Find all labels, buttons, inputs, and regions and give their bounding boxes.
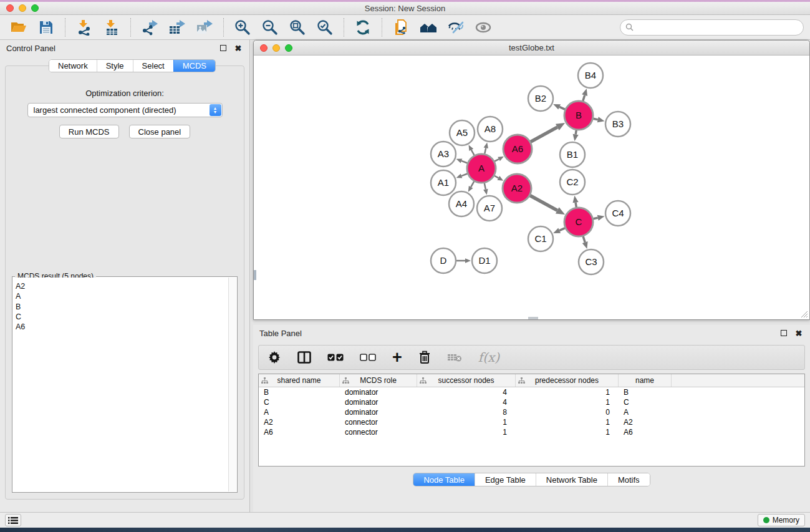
node-C1[interactable]: C1 bbox=[528, 226, 553, 251]
optimization-criterion-select[interactable]: largest connected component (directed) ▲… bbox=[27, 103, 223, 117]
search-input[interactable] bbox=[637, 23, 798, 32]
node-A5[interactable]: A5 bbox=[450, 120, 475, 145]
apply-layout-icon[interactable] bbox=[350, 17, 375, 37]
column-header-successor-nodes[interactable]: successor nodes bbox=[417, 374, 516, 387]
table-cell[interactable]: 1 bbox=[516, 398, 619, 407]
table-cell[interactable]: 1 bbox=[516, 428, 619, 437]
edge-A-A1[interactable] bbox=[461, 173, 468, 176]
node-A6[interactable]: A6 bbox=[503, 135, 532, 163]
delete-table-icon[interactable] bbox=[447, 349, 462, 366]
node-B3[interactable]: B3 bbox=[605, 112, 630, 137]
table-cell[interactable]: A6 bbox=[619, 428, 672, 437]
open-session-icon[interactable] bbox=[6, 17, 31, 37]
duplicate-network-icon[interactable] bbox=[388, 17, 413, 37]
table-cell[interactable]: C bbox=[259, 398, 340, 407]
tab-motifs[interactable]: Motifs bbox=[607, 473, 650, 486]
node-A8[interactable]: A8 bbox=[478, 117, 503, 142]
node-A2[interactable]: A2 bbox=[503, 174, 531, 203]
mcds-result-item[interactable]: A2 bbox=[16, 281, 226, 291]
mcds-result-list[interactable]: A2ABCA6 bbox=[13, 278, 228, 491]
table-row[interactable]: Bdominator41B bbox=[259, 387, 804, 397]
mcds-result-item[interactable]: B bbox=[16, 302, 226, 312]
mcds-list-scrollbar[interactable] bbox=[228, 278, 236, 491]
table-cell[interactable]: A bbox=[619, 408, 672, 417]
settings-gear-icon[interactable] bbox=[268, 349, 281, 366]
hide-selected-icon[interactable] bbox=[443, 17, 468, 37]
node-B1[interactable]: B1 bbox=[560, 142, 585, 167]
table-cell[interactable]: B bbox=[619, 388, 672, 397]
mcds-result-item[interactable]: A bbox=[16, 291, 226, 301]
edge-A6-B[interactable] bbox=[531, 127, 557, 142]
tab-mcds[interactable]: MCDS bbox=[173, 60, 215, 72]
mcds-result-item[interactable]: C bbox=[16, 312, 226, 322]
edge-A-A8[interactable] bbox=[485, 148, 486, 153]
table-cell[interactable]: C bbox=[619, 398, 672, 407]
node-D[interactable]: D bbox=[431, 248, 456, 273]
canvas-horizontal-scroll-mark[interactable] bbox=[528, 317, 538, 319]
edge-A-A4[interactable] bbox=[471, 181, 474, 187]
function-builder-icon[interactable]: f(x) bbox=[478, 349, 499, 366]
node-A1[interactable]: A1 bbox=[431, 170, 456, 195]
deselect-all-icon[interactable] bbox=[360, 349, 376, 366]
column-header-MCDS-role[interactable]: MCDS role bbox=[340, 374, 417, 387]
table-row[interactable]: Cdominator41C bbox=[259, 397, 804, 407]
node-D1[interactable]: D1 bbox=[472, 248, 497, 273]
table-cell[interactable]: A6 bbox=[259, 428, 340, 437]
close-table-panel-icon[interactable]: ✖ bbox=[794, 328, 804, 338]
network-minimize-button[interactable] bbox=[272, 44, 280, 52]
mcds-result-item[interactable]: A6 bbox=[16, 322, 226, 332]
network-close-button[interactable] bbox=[260, 44, 268, 52]
run-mcds-button[interactable]: Run MCDS bbox=[59, 125, 119, 138]
table-cell[interactable]: 1 bbox=[516, 388, 619, 397]
edge-A-A3[interactable] bbox=[461, 161, 468, 163]
node-C3[interactable]: C3 bbox=[579, 249, 604, 274]
node-A4[interactable]: A4 bbox=[449, 191, 474, 216]
column-header-predecessor-nodes[interactable]: predecessor nodes bbox=[516, 374, 619, 387]
node-B4[interactable]: B4 bbox=[578, 63, 603, 88]
close-window-button[interactable] bbox=[6, 4, 14, 12]
table-cell[interactable]: dominator bbox=[340, 398, 417, 407]
zoom-selected-icon[interactable] bbox=[312, 17, 337, 37]
node-C4[interactable]: C4 bbox=[605, 201, 630, 226]
edge-C-C2[interactable] bbox=[576, 203, 576, 208]
network-canvas[interactable]: A5A8A6A3AA1A2A4A7B4B2BB3B1C2C4CC1C3DD1 bbox=[254, 56, 809, 319]
table-cell[interactable]: 0 bbox=[516, 408, 619, 417]
node-A[interactable]: A bbox=[467, 154, 496, 183]
network-window-titlebar[interactable]: testGlobe.txt bbox=[254, 41, 809, 56]
float-table-panel-icon[interactable] bbox=[779, 328, 789, 338]
show-all-networks-icon[interactable] bbox=[416, 17, 441, 37]
table-cell[interactable]: 1 bbox=[417, 428, 516, 437]
edge-B-B1[interactable] bbox=[576, 130, 576, 135]
split-column-icon[interactable] bbox=[297, 349, 311, 366]
node-A7[interactable]: A7 bbox=[477, 196, 502, 221]
export-image-icon[interactable] bbox=[192, 17, 217, 37]
column-header-shared-name[interactable]: shared name bbox=[259, 374, 340, 387]
table-cell[interactable]: 4 bbox=[417, 398, 516, 407]
add-column-icon[interactable]: + bbox=[392, 349, 402, 366]
close-panel-button[interactable]: Close panel bbox=[129, 125, 191, 138]
table-cell[interactable]: A2 bbox=[259, 418, 340, 427]
edge-A-A2[interactable] bbox=[494, 176, 498, 178]
edge-C-C3[interactable] bbox=[583, 236, 585, 243]
node-C2[interactable]: C2 bbox=[560, 170, 585, 195]
window-resize-grip[interactable] bbox=[800, 310, 808, 318]
network-zoom-button[interactable] bbox=[285, 44, 292, 52]
table-row[interactable]: A2connector11A2 bbox=[259, 417, 804, 427]
node-B[interactable]: B bbox=[564, 101, 593, 130]
node-A3[interactable]: A3 bbox=[431, 142, 456, 167]
table-cell[interactable]: A bbox=[259, 408, 340, 417]
close-panel-icon[interactable]: ✖ bbox=[233, 43, 243, 53]
zoom-out-icon[interactable] bbox=[258, 17, 282, 37]
import-network-icon[interactable] bbox=[72, 17, 97, 37]
table-cell[interactable]: 8 bbox=[417, 408, 516, 417]
minimize-window-button[interactable] bbox=[19, 4, 26, 12]
zoom-in-icon[interactable] bbox=[230, 17, 255, 37]
save-session-icon[interactable] bbox=[34, 17, 59, 37]
export-table-icon[interactable] bbox=[165, 17, 190, 37]
edge-B-B4[interactable] bbox=[583, 95, 585, 101]
tab-network[interactable]: Network bbox=[49, 60, 97, 72]
column-header-name[interactable]: name bbox=[619, 374, 672, 387]
edge-A-A6[interactable] bbox=[494, 159, 499, 162]
tab-style[interactable]: Style bbox=[97, 60, 133, 72]
table-cell[interactable]: connector bbox=[340, 418, 417, 427]
